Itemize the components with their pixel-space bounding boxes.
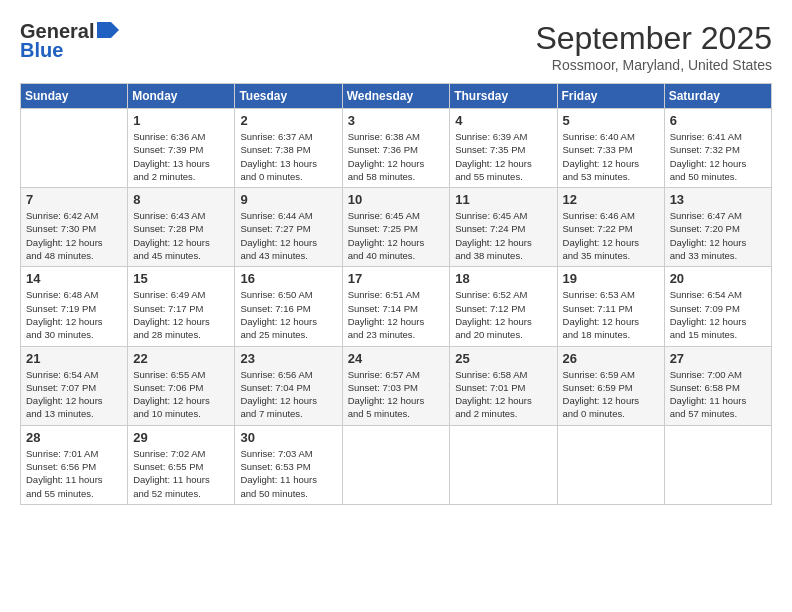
day-info: Sunrise: 7:03 AM Sunset: 6:53 PM Dayligh…: [240, 447, 336, 500]
day-number: 21: [26, 351, 122, 366]
day-number: 7: [26, 192, 122, 207]
day-number: 3: [348, 113, 445, 128]
day-info: Sunrise: 6:46 AM Sunset: 7:22 PM Dayligh…: [563, 209, 659, 262]
day-number: 1: [133, 113, 229, 128]
day-number: 5: [563, 113, 659, 128]
calendar-cell: 27Sunrise: 7:00 AM Sunset: 6:58 PM Dayli…: [664, 346, 771, 425]
day-info: Sunrise: 6:39 AM Sunset: 7:35 PM Dayligh…: [455, 130, 551, 183]
days-of-week-row: SundayMondayTuesdayWednesdayThursdayFrid…: [21, 84, 772, 109]
day-number: 20: [670, 271, 766, 286]
day-number: 6: [670, 113, 766, 128]
calendar-cell: 26Sunrise: 6:59 AM Sunset: 6:59 PM Dayli…: [557, 346, 664, 425]
day-info: Sunrise: 6:57 AM Sunset: 7:03 PM Dayligh…: [348, 368, 445, 421]
day-number: 17: [348, 271, 445, 286]
day-of-week-header: Friday: [557, 84, 664, 109]
day-number: 13: [670, 192, 766, 207]
calendar-cell: 8Sunrise: 6:43 AM Sunset: 7:28 PM Daylig…: [128, 188, 235, 267]
calendar-cell: [557, 425, 664, 504]
day-info: Sunrise: 6:54 AM Sunset: 7:09 PM Dayligh…: [670, 288, 766, 341]
calendar-cell: 25Sunrise: 6:58 AM Sunset: 7:01 PM Dayli…: [450, 346, 557, 425]
calendar-week-row: 1Sunrise: 6:36 AM Sunset: 7:39 PM Daylig…: [21, 109, 772, 188]
calendar-week-row: 21Sunrise: 6:54 AM Sunset: 7:07 PM Dayli…: [21, 346, 772, 425]
calendar-week-row: 7Sunrise: 6:42 AM Sunset: 7:30 PM Daylig…: [21, 188, 772, 267]
day-number: 18: [455, 271, 551, 286]
svg-marker-0: [97, 22, 119, 38]
day-of-week-header: Wednesday: [342, 84, 450, 109]
day-number: 19: [563, 271, 659, 286]
day-of-week-header: Monday: [128, 84, 235, 109]
day-info: Sunrise: 6:40 AM Sunset: 7:33 PM Dayligh…: [563, 130, 659, 183]
day-info: Sunrise: 6:45 AM Sunset: 7:25 PM Dayligh…: [348, 209, 445, 262]
location-title: Rossmoor, Maryland, United States: [535, 57, 772, 73]
calendar-cell: 15Sunrise: 6:49 AM Sunset: 7:17 PM Dayli…: [128, 267, 235, 346]
day-info: Sunrise: 6:48 AM Sunset: 7:19 PM Dayligh…: [26, 288, 122, 341]
calendar-cell: 7Sunrise: 6:42 AM Sunset: 7:30 PM Daylig…: [21, 188, 128, 267]
calendar-cell: 12Sunrise: 6:46 AM Sunset: 7:22 PM Dayli…: [557, 188, 664, 267]
calendar-cell: 4Sunrise: 6:39 AM Sunset: 7:35 PM Daylig…: [450, 109, 557, 188]
calendar-cell: 19Sunrise: 6:53 AM Sunset: 7:11 PM Dayli…: [557, 267, 664, 346]
day-number: 15: [133, 271, 229, 286]
logo-blue-text: Blue: [20, 39, 63, 62]
month-title: September 2025: [535, 20, 772, 57]
calendar-cell: 13Sunrise: 6:47 AM Sunset: 7:20 PM Dayli…: [664, 188, 771, 267]
day-number: 2: [240, 113, 336, 128]
calendar-cell: [664, 425, 771, 504]
day-info: Sunrise: 6:47 AM Sunset: 7:20 PM Dayligh…: [670, 209, 766, 262]
day-number: 30: [240, 430, 336, 445]
day-info: Sunrise: 6:52 AM Sunset: 7:12 PM Dayligh…: [455, 288, 551, 341]
day-number: 14: [26, 271, 122, 286]
day-info: Sunrise: 6:59 AM Sunset: 6:59 PM Dayligh…: [563, 368, 659, 421]
calendar-cell: 24Sunrise: 6:57 AM Sunset: 7:03 PM Dayli…: [342, 346, 450, 425]
day-info: Sunrise: 6:56 AM Sunset: 7:04 PM Dayligh…: [240, 368, 336, 421]
calendar-cell: [21, 109, 128, 188]
calendar-week-row: 14Sunrise: 6:48 AM Sunset: 7:19 PM Dayli…: [21, 267, 772, 346]
day-number: 29: [133, 430, 229, 445]
calendar-cell: 14Sunrise: 6:48 AM Sunset: 7:19 PM Dayli…: [21, 267, 128, 346]
calendar-cell: 6Sunrise: 6:41 AM Sunset: 7:32 PM Daylig…: [664, 109, 771, 188]
day-info: Sunrise: 6:53 AM Sunset: 7:11 PM Dayligh…: [563, 288, 659, 341]
day-number: 4: [455, 113, 551, 128]
day-info: Sunrise: 6:49 AM Sunset: 7:17 PM Dayligh…: [133, 288, 229, 341]
day-of-week-header: Thursday: [450, 84, 557, 109]
day-info: Sunrise: 6:58 AM Sunset: 7:01 PM Dayligh…: [455, 368, 551, 421]
day-of-week-header: Tuesday: [235, 84, 342, 109]
calendar-week-row: 28Sunrise: 7:01 AM Sunset: 6:56 PM Dayli…: [21, 425, 772, 504]
calendar-cell: 2Sunrise: 6:37 AM Sunset: 7:38 PM Daylig…: [235, 109, 342, 188]
calendar-cell: 22Sunrise: 6:55 AM Sunset: 7:06 PM Dayli…: [128, 346, 235, 425]
calendar-cell: 20Sunrise: 6:54 AM Sunset: 7:09 PM Dayli…: [664, 267, 771, 346]
calendar-cell: 18Sunrise: 6:52 AM Sunset: 7:12 PM Dayli…: [450, 267, 557, 346]
day-info: Sunrise: 6:44 AM Sunset: 7:27 PM Dayligh…: [240, 209, 336, 262]
day-info: Sunrise: 7:01 AM Sunset: 6:56 PM Dayligh…: [26, 447, 122, 500]
calendar-cell: 10Sunrise: 6:45 AM Sunset: 7:25 PM Dayli…: [342, 188, 450, 267]
day-number: 11: [455, 192, 551, 207]
calendar-cell: 1Sunrise: 6:36 AM Sunset: 7:39 PM Daylig…: [128, 109, 235, 188]
title-area: September 2025 Rossmoor, Maryland, Unite…: [535, 20, 772, 73]
day-info: Sunrise: 6:38 AM Sunset: 7:36 PM Dayligh…: [348, 130, 445, 183]
day-number: 9: [240, 192, 336, 207]
day-number: 25: [455, 351, 551, 366]
day-info: Sunrise: 6:54 AM Sunset: 7:07 PM Dayligh…: [26, 368, 122, 421]
day-of-week-header: Sunday: [21, 84, 128, 109]
calendar-cell: 21Sunrise: 6:54 AM Sunset: 7:07 PM Dayli…: [21, 346, 128, 425]
calendar-cell: 23Sunrise: 6:56 AM Sunset: 7:04 PM Dayli…: [235, 346, 342, 425]
day-info: Sunrise: 6:36 AM Sunset: 7:39 PM Dayligh…: [133, 130, 229, 183]
calendar-cell: 3Sunrise: 6:38 AM Sunset: 7:36 PM Daylig…: [342, 109, 450, 188]
day-info: Sunrise: 6:42 AM Sunset: 7:30 PM Dayligh…: [26, 209, 122, 262]
calendar-cell: [342, 425, 450, 504]
calendar-cell: 30Sunrise: 7:03 AM Sunset: 6:53 PM Dayli…: [235, 425, 342, 504]
calendar-cell: 16Sunrise: 6:50 AM Sunset: 7:16 PM Dayli…: [235, 267, 342, 346]
day-number: 24: [348, 351, 445, 366]
day-number: 28: [26, 430, 122, 445]
calendar-cell: 9Sunrise: 6:44 AM Sunset: 7:27 PM Daylig…: [235, 188, 342, 267]
day-info: Sunrise: 6:55 AM Sunset: 7:06 PM Dayligh…: [133, 368, 229, 421]
day-number: 22: [133, 351, 229, 366]
day-of-week-header: Saturday: [664, 84, 771, 109]
day-info: Sunrise: 6:41 AM Sunset: 7:32 PM Dayligh…: [670, 130, 766, 183]
calendar-cell: 29Sunrise: 7:02 AM Sunset: 6:55 PM Dayli…: [128, 425, 235, 504]
calendar-cell: 17Sunrise: 6:51 AM Sunset: 7:14 PM Dayli…: [342, 267, 450, 346]
day-info: Sunrise: 7:02 AM Sunset: 6:55 PM Dayligh…: [133, 447, 229, 500]
calendar-cell: [450, 425, 557, 504]
calendar-body: 1Sunrise: 6:36 AM Sunset: 7:39 PM Daylig…: [21, 109, 772, 505]
day-info: Sunrise: 6:45 AM Sunset: 7:24 PM Dayligh…: [455, 209, 551, 262]
day-number: 12: [563, 192, 659, 207]
